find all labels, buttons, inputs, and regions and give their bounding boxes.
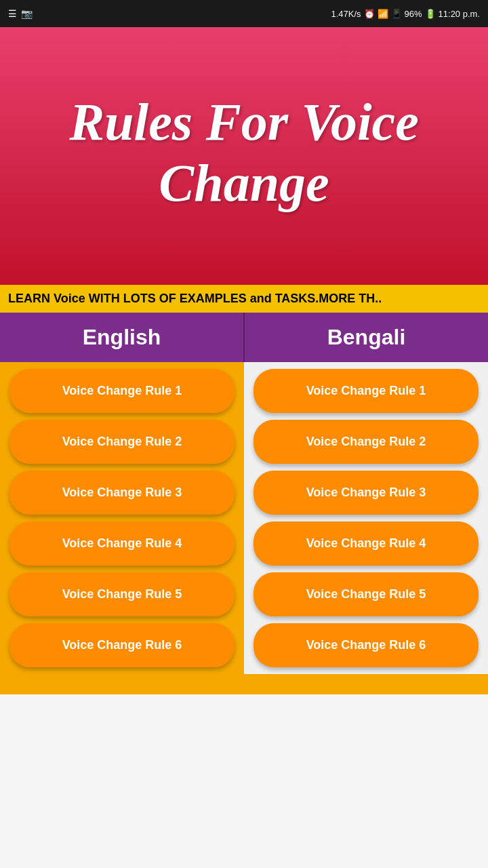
- english-rule-6-button[interactable]: Voice Change Rule 6: [9, 623, 235, 667]
- column-headers: English Bengali: [0, 313, 488, 362]
- marquee-text: LEARN Voice WITH LOTS OF EXAMPLES and TA…: [8, 292, 382, 306]
- bengali-rule-2-button[interactable]: Voice Change Rule 2: [253, 420, 479, 464]
- rules-grid: Voice Change Rule 1 Voice Change Rule 2 …: [0, 362, 488, 674]
- marquee-banner: LEARN Voice WITH LOTS OF EXAMPLES and TA…: [0, 285, 488, 313]
- time-display: 11:20 p.m.: [439, 9, 480, 19]
- wifi-icon: 📶: [378, 9, 388, 19]
- english-rule-4-button[interactable]: Voice Change Rule 4: [9, 521, 235, 566]
- bengali-rule-4-button[interactable]: Voice Change Rule 4: [253, 521, 479, 566]
- app-header: Rules For Voice Change: [0, 27, 488, 285]
- english-rule-3-button[interactable]: Voice Change Rule 3: [9, 471, 235, 515]
- status-right: 1.47K/s ⏰ 📶 📱 96% 🔋 11:20 p.m.: [331, 9, 480, 19]
- bottom-bar: [0, 674, 488, 694]
- english-rule-2-button[interactable]: Voice Change Rule 2: [9, 420, 235, 464]
- signal-icon: 📱: [391, 9, 402, 19]
- bengali-rule-5-button[interactable]: Voice Change Rule 5: [253, 572, 479, 616]
- alarm-icon: ⏰: [364, 9, 375, 19]
- notification-icon: ☰: [8, 8, 17, 19]
- english-rules-column: Voice Change Rule 1 Voice Change Rule 2 …: [0, 362, 244, 674]
- english-rule-5-button[interactable]: Voice Change Rule 5: [9, 572, 235, 616]
- status-left: ☰ 📷: [8, 8, 33, 19]
- battery-level: 96%: [405, 9, 422, 19]
- battery-icon: 🔋: [425, 9, 436, 19]
- speed-indicator: 1.47K/s: [331, 9, 361, 19]
- english-rule-1-button[interactable]: Voice Change Rule 1: [9, 369, 235, 413]
- bengali-rules-column: Voice Change Rule 1 Voice Change Rule 2 …: [244, 362, 488, 674]
- bengali-rule-1-button[interactable]: Voice Change Rule 1: [253, 369, 479, 413]
- bengali-column-header: Bengali: [245, 313, 488, 362]
- bengali-rule-6-button[interactable]: Voice Change Rule 6: [253, 623, 479, 667]
- bengali-rule-3-button[interactable]: Voice Change Rule 3: [253, 471, 479, 515]
- english-column-header: English: [0, 313, 243, 362]
- status-bar: ☰ 📷 1.47K/s ⏰ 📶 📱 96% 🔋 11:20 p.m.: [0, 0, 488, 27]
- camera-icon: 📷: [21, 8, 33, 19]
- page-title: Rules For Voice Change: [14, 92, 474, 213]
